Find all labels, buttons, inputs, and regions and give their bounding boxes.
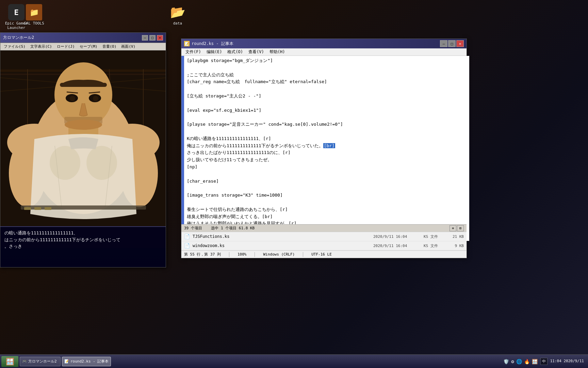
code-line-22: 養生シートで仕切られた通路のあちこちから、[r] [187, 206, 467, 213]
svg-rect-31 [24, 207, 31, 210]
notepad-menu-view[interactable]: 查看(V) [246, 48, 267, 56]
code-line-17 [187, 171, 467, 178]
character-svg [0, 50, 166, 248]
code-line-12: Kの暗い通路を1111111111111111、[r] [187, 135, 467, 142]
notepad-menu-edit[interactable]: 编辑(E) [204, 48, 225, 56]
code-line-6: [立ち絵 storage="主人公2 - -"] [187, 93, 467, 100]
notepad-titlebar-buttons: — □ ✕ [440, 40, 464, 47]
tray-icon-settings[interactable]: ⚙️ [511, 359, 514, 364]
view-grid-button[interactable]: ⊞ [457, 225, 464, 231]
code-line-7 [187, 100, 467, 107]
file-type-2: KS 文件 [424, 243, 444, 248]
svg-point-18 [86, 146, 117, 180]
game-minimize-button[interactable]: — [142, 35, 148, 41]
view-list-button[interactable]: ≡ [450, 225, 456, 231]
ime-indicator[interactable]: 中 [540, 358, 548, 365]
notepad-content[interactable]: [playbgm storage="bgm_ダンジョン"] ;ここで主人公の立ち… [184, 56, 469, 241]
game-menu-volume[interactable]: 音量(O) [100, 43, 119, 50]
game-menu-save[interactable]: セーブ(M) [78, 43, 100, 50]
game-titlebar: 方ロマンホール2 — □ ✕ [0, 33, 166, 43]
status-divider-2 [255, 252, 255, 257]
taskbar-game-label: 方ロマンホール2 [28, 359, 57, 364]
file-type-1: KS 文件 [424, 234, 444, 239]
code-line-11 [187, 128, 467, 135]
file-size-1: 21 KB [447, 234, 464, 239]
game-close-button[interactable]: ✕ [157, 35, 163, 41]
code-line-16: [np] [187, 164, 467, 171]
data-label: data [173, 21, 182, 26]
svg-point-23 [93, 96, 98, 101]
status-divider-3 [303, 252, 303, 257]
code-line-13: 俺はニッカの前から1111111111111下がるチンボをいじっていた。[br] [187, 142, 467, 150]
game-textbox: の暗い通路を1111111111111111、 はニッカの前から11111111… [0, 226, 166, 267]
file-name-2: windowzoom.ks [193, 243, 371, 248]
taskbar-item-game[interactable]: 🎮 方ロマンホール2 [20, 357, 61, 366]
tray-icon-fire[interactable]: 🔥 [524, 359, 530, 364]
status-encoding: UTF-16 LE [311, 252, 332, 257]
game-menu-file[interactable]: ファイル(S) [2, 43, 28, 50]
status-line-ending: Windows (CRLF) [263, 252, 295, 257]
notepad-titlebar: 📝 round2.ks - 記事本 — □ ✕ [181, 39, 467, 48]
game-menubar: ファイル(S) 文字表示(C) ロード(J) セーブ(M) 音量(O) 画面(V… [0, 43, 166, 50]
game-maximize-button[interactable]: □ [149, 35, 156, 41]
code-line-4: [char_reg name=立ち絵 fullname="立ち絵" eterna… [187, 78, 467, 86]
file-count: 39 个项目 选中 1 个项目 61.8 KB [184, 226, 255, 231]
game-menu-text[interactable]: 文字表示(C) [28, 43, 54, 50]
file-icon-2: 📄 [184, 243, 190, 248]
taskbar-notepad-label: round2.ks - 記事本 [70, 359, 109, 364]
notepad-close-button[interactable]: ✕ [456, 40, 464, 47]
status-line-col: 第 55 行，第 37 列 [184, 252, 221, 257]
notepad-left-bar [181, 56, 184, 241]
code-line-3: ;ここで主人公の立ち絵 [187, 72, 467, 79]
selected-summary-text: 选中 1 个项目 61.8 KB [211, 226, 255, 230]
taskbar-notepad-icon: 📝 [64, 359, 69, 364]
code-line-21 [187, 199, 467, 206]
game-window: 方ロマンホール2 — □ ✕ ファイル(S) 文字表示(C) ロード(J) セー… [0, 32, 166, 267]
tray-icon-windows[interactable]: 🪟 [532, 359, 538, 364]
svg-rect-33 [45, 207, 51, 210]
system-tray: 🛡️ ⚙️ 🌐 🔥 🪟 [503, 359, 537, 364]
notepad-menu-help[interactable]: 帮助(H) [267, 48, 288, 56]
view-buttons: ≡ ⊞ [450, 225, 464, 231]
notepad-menubar: 文件(F) 编辑(E) 格式(O) 查看(V) 帮助(H) [181, 48, 467, 56]
data-folder-icon: 📂 [169, 4, 186, 20]
tray-icon-shield[interactable]: 🛡️ [503, 359, 509, 364]
code-line-14: さっき出したばかり1111111111111111のに、[r] [187, 149, 467, 156]
code-line-9 [187, 114, 467, 121]
game-title: 方ロマンホール2 [3, 35, 34, 41]
file-date-2: 2020/9/11 16:04 [373, 244, 421, 248]
game-text-line2: はニッカの前から111111111111下がるチンポをいじって [4, 236, 162, 243]
gal-tools-icon: 📁 [26, 4, 42, 20]
status-zoom: 100% [238, 252, 247, 257]
taskbar: 🪟 🎮 方ロマンホール2 📝 round2.ks - 記事本 🛡️ ⚙️ 🌐 🔥… [0, 354, 588, 368]
taskbar-clock: 11:04 2020/9/11 [550, 359, 584, 364]
code-line-1: [playbgm storage="bgm_ダンジョン"] [187, 57, 467, 64]
code-line-2 [187, 64, 467, 72]
file-row-2[interactable]: 📄 windowzoom.ks 2020/9/11 16:04 KS 文件 9 … [181, 241, 467, 250]
desktop-icon-data[interactable]: 📂 data [164, 3, 191, 27]
svg-rect-19 [60, 83, 107, 87]
file-panel: 📄 TJSFunctions.ks 2020/9/11 16:04 KS 文件 … [181, 232, 467, 250]
highlight-br: [br] [323, 143, 335, 148]
code-line-19 [187, 185, 467, 192]
file-row-1[interactable]: 📄 TJSFunctions.ks 2020/9/11 16:04 KS 文件 … [181, 232, 467, 241]
start-button[interactable]: 🪟 [1, 356, 18, 367]
game-content: の暗い通路を1111111111111111、 はニッカの前から11111111… [0, 50, 166, 267]
notepad-minimize-button[interactable]: — [440, 40, 447, 47]
taskbar-item-notepad[interactable]: 📝 round2.ks - 記事本 [62, 357, 111, 366]
notepad-menu-format[interactable]: 格式(O) [225, 48, 246, 56]
notepad-window: 📝 round2.ks - 記事本 — □ ✕ 文件(F) 编辑(E) 格式(O… [181, 39, 467, 258]
code-line-10: [playse storage="足音スニーカー" cond="kag.se[0… [187, 121, 467, 128]
file-name-1: TJSFunctions.ks [193, 234, 371, 239]
taskbar-game-icon: 🎮 [22, 359, 27, 364]
gal-tools-label: GAL TOOLS [24, 21, 44, 26]
desktop-icon-gal-tools[interactable]: 📁 GAL TOOLS [20, 3, 48, 27]
code-line-20: [image_trans storage="K3" time=1000] [187, 192, 467, 199]
tray-icon-network[interactable]: 🌐 [516, 359, 522, 364]
file-icon-1: 📄 [184, 234, 190, 239]
game-menu-screen[interactable]: 画面(V) [119, 43, 137, 50]
notepad-menu-file[interactable]: 文件(F) [183, 48, 204, 56]
game-menu-load[interactable]: ロード(J) [55, 43, 77, 50]
code-line-23: 雄臭え野郎の喘ぎ声が聞こえてくる。[br] [187, 213, 467, 220]
notepad-maximize-button[interactable]: □ [448, 40, 456, 47]
